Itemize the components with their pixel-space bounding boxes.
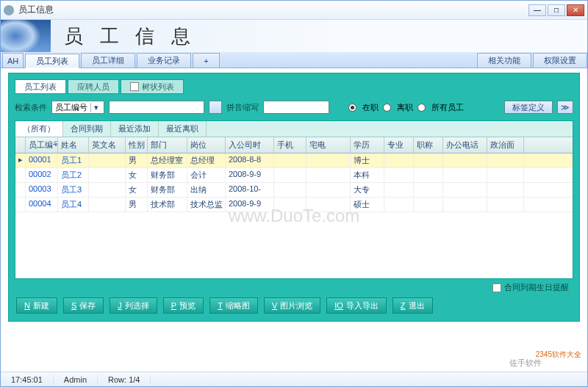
status-time: 17:45:01 (1, 375, 54, 384)
radio-all-label: 所有员工 (431, 102, 464, 113)
data-grid: （所有） 合同到期 最近添加 最近离职 员工编号 姓名 英文名 性别 部门 岗位… (15, 120, 573, 279)
app-icon (4, 5, 14, 15)
app-header: 员 工 信 息 (1, 20, 587, 52)
toolbar-退出[interactable]: Z 退出 (392, 297, 433, 314)
header-graphic (1, 20, 51, 52)
table-row[interactable]: 00003员工3女财务部出纳2008-10-大专 (15, 183, 573, 198)
reminder-checkbox[interactable] (492, 283, 501, 292)
bottom-watermark: 佐手软件 (509, 358, 542, 369)
tag-define-button[interactable]: 标签定义 (504, 101, 553, 114)
status-row: Row: 1/4 (98, 375, 151, 384)
subtab-tree[interactable]: 树状列表 (121, 79, 184, 94)
toolbar-图片浏览[interactable]: V 图片浏览 (264, 297, 320, 314)
tab-permissions[interactable]: 权限设置 (533, 53, 587, 68)
window-title: 员工信息 (18, 4, 528, 16)
tab-business-record[interactable]: 业务记录 (137, 53, 191, 68)
minimize-button[interactable]: — (528, 4, 546, 16)
tab-ah[interactable]: AH (2, 53, 24, 68)
toolbar-列选择[interactable]: J 列选择 (110, 297, 157, 314)
search-input[interactable] (109, 101, 204, 114)
search-field-select[interactable]: 员工编号▾ (51, 101, 104, 114)
reminder-label: 合同到期生日提醒 (504, 282, 569, 293)
tree-checkbox[interactable] (130, 82, 139, 91)
col-dept[interactable]: 部门 (148, 137, 187, 153)
close-button[interactable]: ✕ (567, 4, 584, 16)
titlebar: 员工信息 — □ ✕ (1, 1, 587, 20)
content-panel: 员工列表 应聘人员 树状列表 检索条件 员工编号▾ 拼音缩写 在职 离职 所有员… (8, 73, 580, 322)
table-row[interactable]: ▸00001员工1男总经理室总经理2008-8-8博士 (15, 153, 573, 168)
search-bar: 检索条件 员工编号▾ 拼音缩写 在职 离职 所有员工 标签定义 ≫ (15, 98, 573, 116)
radio-left-label: 离职 (397, 102, 413, 113)
tab-related[interactable]: 相关功能 (477, 53, 531, 68)
col-edu[interactable]: 学历 (351, 137, 384, 153)
chevron-down-icon: ▾ (90, 103, 101, 112)
gridtab-all[interactable]: （所有） (15, 121, 63, 137)
radio-all[interactable] (417, 104, 426, 112)
col-office[interactable]: 办公电话 (443, 137, 487, 153)
search-field-value: 员工编号 (55, 102, 87, 113)
subtab-applicants[interactable]: 应聘人员 (68, 79, 119, 94)
statusbar: 17:45:01 Admin Row: 1/4 (1, 372, 587, 386)
subtab-tree-label: 树状列表 (142, 82, 174, 93)
toolbar-缩略图[interactable]: T 缩略图 (209, 297, 258, 314)
radio-onjob[interactable] (348, 104, 356, 112)
table-row[interactable]: 00002员工2女财务部会计2008-9-9本科 (15, 168, 573, 183)
tab-employee-detail[interactable]: 员工详细 (81, 53, 135, 68)
tag-expand-button[interactable]: ≫ (557, 101, 573, 114)
search-button[interactable] (209, 101, 222, 114)
col-name[interactable]: 姓名 (58, 137, 89, 153)
search-label: 检索条件 (15, 102, 47, 113)
toolbar-保存[interactable]: S 保存 (63, 297, 104, 314)
tab-add[interactable]: + (193, 53, 219, 68)
col-marker (15, 137, 26, 153)
col-politics[interactable]: 政治面 (487, 137, 524, 153)
grid-body[interactable]: www.DuoTe.com ▸00001员工1男总经理室总经理2008-8-8博… (15, 153, 573, 278)
corner-badge: 2345软件大全 (536, 350, 581, 360)
tab-employee-list[interactable]: 员工列表 (25, 54, 79, 68)
col-major[interactable]: 专业 (384, 137, 414, 153)
col-date[interactable]: 入公司时 (226, 137, 274, 153)
col-post[interactable]: 岗位 (187, 137, 226, 153)
col-title[interactable]: 职称 (414, 137, 443, 153)
main-tabstrip: AH 员工列表 员工详细 业务记录 + 相关功能 权限设置 (1, 52, 587, 68)
toolbar-导入导出[interactable]: IO 导入导出 (326, 297, 387, 314)
page-title: 员 工 信 息 (64, 23, 196, 49)
toolbar-新建[interactable]: N 新建 (16, 297, 57, 314)
gridtab-recent-add[interactable]: 最近添加 (111, 121, 159, 137)
col-mobile[interactable]: 手机 (274, 137, 306, 153)
toolbar-预览[interactable]: P 预览 (163, 297, 204, 314)
col-en[interactable]: 英文名 (89, 137, 126, 153)
radio-left[interactable] (383, 104, 391, 112)
col-id[interactable]: 员工编号 (26, 137, 58, 153)
maximize-button[interactable]: □ (548, 4, 565, 16)
col-sex[interactable]: 性别 (126, 137, 148, 153)
col-home[interactable]: 宅电 (306, 137, 351, 153)
status-user: Admin (54, 375, 98, 384)
pinyin-label: 拼音缩写 (226, 102, 259, 113)
radio-onjob-label: 在职 (362, 102, 379, 113)
gridtab-recent-leave[interactable]: 最近离职 (159, 121, 207, 137)
table-row[interactable]: 00004员工4男技术部技术总监2008-9-9硕士 (15, 198, 573, 212)
pinyin-input[interactable] (263, 101, 329, 114)
grid-header: 员工编号 姓名 英文名 性别 部门 岗位 入公司时 手机 宅电 学历 专业 职称… (15, 137, 573, 153)
toolbar: N 新建S 保存J 列选择P 预览T 缩略图V 图片浏览IO 导入导出Z 退出 (15, 293, 573, 315)
gridtab-contract[interactable]: 合同到期 (63, 121, 111, 137)
subtab-list[interactable]: 员工列表 (15, 79, 66, 94)
